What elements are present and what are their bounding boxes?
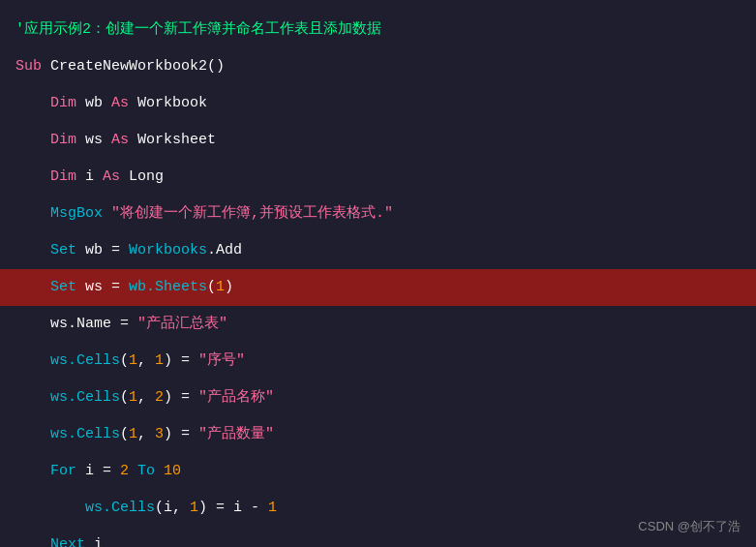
ws-cells-3: ws.Cells bbox=[50, 416, 120, 453]
sub-declaration: Sub CreateNewWorkbook2() bbox=[15, 48, 741, 85]
type-workbook: Workbook bbox=[137, 85, 207, 122]
to-val: 10 bbox=[164, 453, 181, 490]
ws-cells-loop: ws.Cells bbox=[85, 490, 155, 527]
dim-keyword-2: Dim bbox=[50, 122, 85, 159]
set-keyword-2: Set bbox=[50, 269, 85, 306]
as-keyword-2: As bbox=[111, 122, 137, 159]
cells-1-2-line: ws.Cells(1, 2) = "产品名称" bbox=[15, 380, 741, 416]
cells-1-1-line: ws.Cells(1, 1) = "序号" bbox=[15, 343, 741, 380]
cell-value-2: "产品名称" bbox=[198, 380, 274, 416]
sheets-index: 1 bbox=[216, 269, 225, 306]
row-1: 1 bbox=[129, 343, 137, 380]
as-keyword-1: As bbox=[111, 85, 137, 122]
msgbox-line: MsgBox "将创建一个新工作簿,并预设工作表格式." bbox=[15, 196, 741, 232]
dim-keyword-1: Dim bbox=[50, 85, 85, 122]
workbooks-ref: Workbooks bbox=[129, 232, 207, 269]
sub-keyword: Sub bbox=[15, 48, 50, 85]
col-1: 1 bbox=[155, 343, 164, 380]
for-loop-line: For i = 2 To 10 bbox=[15, 453, 741, 490]
dim-keyword-3: Dim bbox=[50, 159, 85, 196]
dim-ws-line: Dim ws As Worksheet bbox=[15, 122, 741, 159]
set-wb-line: Set wb = Workbooks.Add bbox=[15, 232, 741, 269]
col-2: 2 bbox=[155, 380, 164, 416]
dot-add: .Add bbox=[207, 232, 242, 269]
set-ws-line-highlighted: Set ws = wb.Sheets(1) bbox=[0, 269, 756, 306]
comment-text: '应用示例2：创建一个新工作簿并命名工作表且添加数据 bbox=[15, 12, 381, 48]
msgbox-keyword: MsgBox bbox=[50, 196, 111, 232]
code-editor: '应用示例2：创建一个新工作簿并命名工作表且添加数据 Sub CreateNew… bbox=[0, 0, 756, 547]
dim-i-line: Dim i As Long bbox=[15, 159, 741, 196]
var-wb: wb bbox=[85, 85, 111, 122]
type-long: Long bbox=[129, 159, 164, 196]
type-worksheet: Worksheet bbox=[137, 122, 216, 159]
col-3: 3 bbox=[155, 416, 164, 453]
indent-space bbox=[15, 85, 50, 122]
row-2: 1 bbox=[129, 380, 137, 416]
as-keyword-3: As bbox=[103, 159, 129, 196]
sub-name: CreateNewWorkbook2() bbox=[50, 48, 225, 85]
msgbox-string: "将创建一个新工作簿,并预设工作表格式." bbox=[111, 196, 393, 232]
set-keyword-1: Set bbox=[50, 232, 85, 269]
equals-2: = bbox=[111, 269, 129, 306]
next-keyword: Next bbox=[50, 527, 94, 547]
to-keyword: To bbox=[137, 453, 164, 490]
var-i: i bbox=[85, 159, 103, 196]
next-line: Next i bbox=[15, 527, 741, 547]
equals-1: = bbox=[111, 232, 129, 269]
cell-value-1: "序号" bbox=[198, 343, 245, 380]
from-val: 2 bbox=[120, 453, 129, 490]
var-ws: ws bbox=[85, 122, 111, 159]
minus-val: 1 bbox=[268, 490, 277, 527]
wb-var: wb bbox=[85, 232, 111, 269]
cells-i-1-line: ws.Cells(i, 1) = i - 1 bbox=[15, 490, 741, 527]
ws-cells-1: ws.Cells bbox=[50, 343, 120, 380]
watermark: CSDN @创不了浩 bbox=[638, 518, 741, 535]
wb-sheets-ref: wb.Sheets bbox=[129, 269, 207, 306]
cells-1-3-line: ws.Cells(1, 3) = "产品数量" bbox=[15, 416, 741, 453]
ws-var: ws bbox=[85, 269, 111, 306]
row-3: 1 bbox=[129, 416, 137, 453]
ws-name-line: ws.Name = "产品汇总表" bbox=[15, 306, 741, 343]
ws-cells-2: ws.Cells bbox=[50, 380, 120, 416]
comment-line: '应用示例2：创建一个新工作簿并命名工作表且添加数据 bbox=[15, 12, 741, 48]
name-string: "产品汇总表" bbox=[137, 306, 227, 343]
dim-wb-line: Dim wb As Workbook bbox=[15, 85, 741, 122]
for-keyword: For bbox=[50, 453, 85, 490]
cell-value-3: "产品数量" bbox=[198, 416, 274, 453]
ws-name-ref: ws bbox=[50, 306, 68, 343]
loop-col: 1 bbox=[190, 490, 198, 527]
